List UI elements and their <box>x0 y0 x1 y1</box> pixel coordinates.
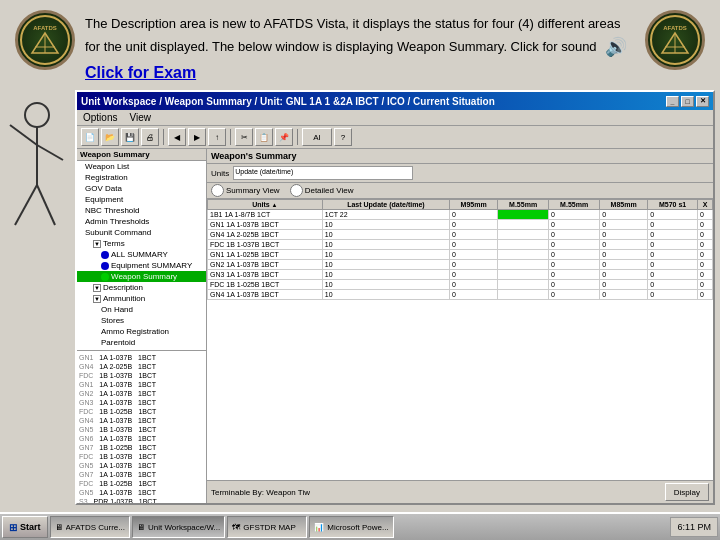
table-row[interactable]: 1B1 1A 1-8/7B 1CT 1CT 22 0 0 0 0 0 <box>208 210 713 220</box>
tree-data-row-1[interactable]: GN1 1A 1-037B 1BCT <box>77 353 206 362</box>
toolbar-print[interactable]: 🖨 <box>141 128 159 146</box>
start-button[interactable]: ⊞ Start <box>2 516 48 538</box>
toolbar-btn11[interactable]: AI <box>302 128 332 146</box>
cell-m85: 0 <box>600 230 648 240</box>
tree-item-onhand[interactable]: On Hand <box>77 304 206 315</box>
tree-item-description[interactable]: ▼ Description <box>77 282 206 293</box>
taskbar-item-3[interactable]: 🗺 GFSTDR MAP <box>227 516 307 538</box>
menu-bar: Options View <box>77 110 713 126</box>
col-m95[interactable]: M95mm <box>450 200 498 210</box>
taskbar-label-1: AFATDS Curre... <box>66 523 125 532</box>
toolbar-btn7[interactable]: ↑ <box>208 128 226 146</box>
display-button[interactable]: Display <box>665 483 709 501</box>
toolbar-save[interactable]: 💾 <box>121 128 139 146</box>
tree-item-registration[interactable]: Registration <box>77 172 206 183</box>
tree-item-gov-data[interactable]: GOV Data <box>77 183 206 194</box>
col-m55a[interactable]: M.55mm <box>498 200 549 210</box>
tree-data-row-4[interactable]: GN1 1A 1-037B 1BCT <box>77 380 206 389</box>
detailed-view-option[interactable]: Detailed View <box>290 184 354 197</box>
tree-item-stores[interactable]: Stores <box>77 315 206 326</box>
taskbar-label-3: GFSTDR MAP <box>243 523 295 532</box>
expand-icon[interactable]: ▼ <box>93 240 101 248</box>
col-last-update[interactable]: Last Update (date/time) <box>322 200 449 210</box>
sound-icon[interactable]: 🔊 <box>605 34 627 61</box>
tree-data-row-2[interactable]: GN4 1A 2-025B 1BCT <box>77 362 206 371</box>
summary-view-option[interactable]: Summary View <box>211 184 280 197</box>
toolbar-btn10[interactable]: 📌 <box>275 128 293 146</box>
tree-item-terms-expand[interactable]: ▼ Terms <box>77 238 206 249</box>
tree-label: Equipment <box>85 195 123 204</box>
toolbar-help[interactable]: ? <box>334 128 352 146</box>
col-m55b[interactable]: M.55mm <box>549 200 600 210</box>
expand-icon[interactable]: ▼ <box>93 295 101 303</box>
table-row[interactable]: GN4 1A 2-025B 1BCT 10 0 0 0 0 0 <box>208 230 713 240</box>
menu-options[interactable]: Options <box>81 112 119 123</box>
tree-data-row-9[interactable]: GN5 1B 1-037B 1BCT <box>77 425 206 434</box>
tree-item-ammo[interactable]: ▼ Ammunition <box>77 293 206 304</box>
tree-item-subunit[interactable]: Subunit Command <box>77 227 206 238</box>
tree-data-row-6[interactable]: GN3 1A 1-037B 1BCT <box>77 398 206 407</box>
table-row[interactable]: FDC 1B 1-025B 1BCT 10 0 0 0 0 0 <box>208 280 713 290</box>
tree-item-equipment[interactable]: Equipment <box>77 194 206 205</box>
taskbar-item-4[interactable]: 📊 Microsoft Powe... <box>309 516 393 538</box>
toolbar-btn5[interactable]: ◀ <box>168 128 186 146</box>
tree-label: Admin Thresholds <box>85 217 149 226</box>
tree-data-row-3[interactable]: FDC 1B 1-037B 1BCT <box>77 371 206 380</box>
window-content: Weapon Summary Weapon List Registration … <box>77 149 713 503</box>
table-row[interactable]: GN1 1A 1-037B 1BCT 10 0 0 0 0 0 <box>208 220 713 230</box>
col-m85[interactable]: M85mm <box>600 200 648 210</box>
tree-item-weapon-summary[interactable]: Weapon Summary <box>77 271 206 282</box>
tree-data-row-12[interactable]: FDC 1B 1-037B 1BCT <box>77 452 206 461</box>
menu-view[interactable]: View <box>127 112 153 123</box>
svg-point-0 <box>25 103 49 127</box>
table-row[interactable]: GN4 1A 1-037B 1BCT 10 0 0 0 0 0 <box>208 290 713 300</box>
minimize-button[interactable]: _ <box>666 96 679 107</box>
col-x[interactable]: X <box>697 200 712 210</box>
tree-data-row-8[interactable]: GN4 1A 1-037B 1BCT <box>77 416 206 425</box>
toolbar-new[interactable]: 📄 <box>81 128 99 146</box>
table-row[interactable]: GN3 1A 1-037B 1BCT 10 0 0 0 0 0 <box>208 270 713 280</box>
tree-item-parentoid[interactable]: Parentoid <box>77 337 206 348</box>
tree-item-nbc[interactable]: NBC Threshold <box>77 205 206 216</box>
col-units[interactable]: Units ▲ <box>208 200 323 210</box>
tree-data-row-15[interactable]: FDC 1B 1-025B 1BCT <box>77 479 206 488</box>
tree-data-row-7[interactable]: FDC 1B 1-025B 1BCT <box>77 407 206 416</box>
unit-input[interactable]: Update (date/time) <box>233 166 413 180</box>
tree-data-row-16[interactable]: GN5 1A 1-037B 1BCT <box>77 488 206 497</box>
tree-item-all-summary[interactable]: ALL SUMMARY <box>77 249 206 260</box>
tree-data-row-10[interactable]: GN6 1A 1-037B 1BCT <box>77 434 206 443</box>
cell-m55b: 0 <box>549 230 600 240</box>
toolbar-btn8[interactable]: ✂ <box>235 128 253 146</box>
detailed-view-radio[interactable] <box>290 184 303 197</box>
toolbar-open[interactable]: 📂 <box>101 128 119 146</box>
toolbar-btn9[interactable]: 📋 <box>255 128 273 146</box>
maximize-button[interactable]: □ <box>681 96 694 107</box>
col-m57[interactable]: M570 s1 <box>648 200 698 210</box>
tree-data-row-11[interactable]: GN7 1B 1-025B 1BCT <box>77 443 206 452</box>
tree-item-equipment-summary[interactable]: Equipment SUMMARY <box>77 260 206 271</box>
tree-data-row-14[interactable]: GN7 1A 1-037B 1BCT <box>77 470 206 479</box>
toolbar-btn6[interactable]: ▶ <box>188 128 206 146</box>
tree-data-row-5[interactable]: GN2 1A 1-037B 1BCT <box>77 389 206 398</box>
tree-data-row-13[interactable]: GN5 1A 1-037B 1BCT <box>77 461 206 470</box>
taskbar-item-2[interactable]: 🖥 Unit Workspace/W... <box>132 516 225 538</box>
tree-item-ammo-reg[interactable]: Ammo Registration <box>77 326 206 337</box>
table-row[interactable]: GN1 1A 1-025B 1BCT 10 0 0 0 0 0 <box>208 250 713 260</box>
tree-label: Stores <box>101 316 124 325</box>
table-row[interactable]: GN2 1A 1-037B 1BCT 10 0 0 0 0 0 <box>208 260 713 270</box>
tree-data-row-17[interactable]: S3 PDR 1-037B 1BCT <box>77 497 206 503</box>
cell-m55a <box>498 240 549 250</box>
tree-item-weapon-list[interactable]: Weapon List <box>77 161 206 172</box>
table-row[interactable]: FDC 1B 1-037B 1BCT 10 0 0 0 0 0 <box>208 240 713 250</box>
cell-m57: 0 <box>648 250 698 260</box>
summary-view-radio[interactable] <box>211 184 224 197</box>
close-button[interactable]: ✕ <box>696 96 709 107</box>
click-for-exam-link[interactable]: Click for Exam <box>85 64 196 81</box>
cell-m57: 0 <box>648 290 698 300</box>
taskbar-icon-2: 🖥 <box>137 523 145 532</box>
tree-item-admin[interactable]: Admin Thresholds <box>77 216 206 227</box>
toolbar: 📄 📂 💾 🖨 ◀ ▶ ↑ ✂ 📋 📌 AI ? <box>77 126 713 149</box>
cell-m55a <box>498 210 549 220</box>
taskbar-item-1[interactable]: 🖥 AFATDS Curre... <box>50 516 130 538</box>
expand-icon[interactable]: ▼ <box>93 284 101 292</box>
